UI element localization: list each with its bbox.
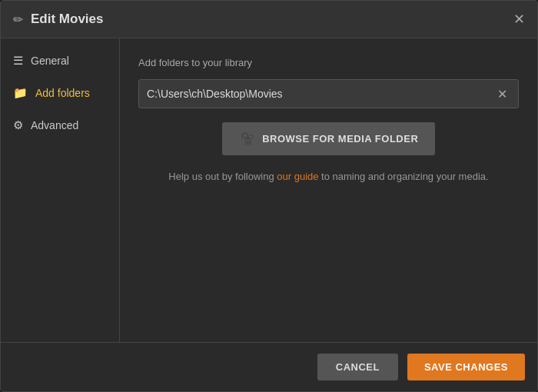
close-button[interactable]: ✕	[513, 12, 525, 26]
sidebar-item-general[interactable]: ☰ General	[1, 45, 119, 77]
help-text-after: to naming and organizing your media.	[319, 171, 489, 182]
folder-clear-button[interactable]: ✕	[494, 84, 510, 105]
sidebar-item-add-folders-label: Add folders	[35, 87, 90, 99]
help-text-before: Help us out by following	[168, 171, 277, 182]
general-icon: ☰	[13, 54, 23, 68]
save-button[interactable]: SAVE CHANGES	[407, 354, 525, 380]
edit-movies-dialog: ✏ Edit Movies ✕ ☰ General 📁 Add folders …	[0, 0, 538, 392]
sidebar: ☰ General 📁 Add folders ⚙ Advanced	[1, 38, 120, 342]
sidebar-item-advanced[interactable]: ⚙ Advanced	[1, 109, 119, 141]
sidebar-item-general-label: General	[31, 55, 69, 67]
dialog-body: ☰ General 📁 Add folders ⚙ Advanced Add f…	[1, 38, 537, 342]
title-bar: ✏ Edit Movies ✕	[1, 1, 537, 38]
camera-icon: 🎥	[239, 131, 255, 146]
browse-button[interactable]: 🎥 BROWSE FOR MEDIA FOLDER	[222, 122, 436, 155]
folder-icon: 📁	[13, 86, 28, 100]
sidebar-item-add-folders[interactable]: 📁 Add folders	[1, 77, 119, 109]
dialog-footer: CANCEL SAVE CHANGES	[1, 342, 537, 391]
folder-row: C:\Users\ch\Desktop\Movies ✕	[138, 79, 519, 108]
help-text: Help us out by following our guide to na…	[138, 169, 519, 184]
our-guide-link[interactable]: our guide	[277, 171, 318, 182]
folder-path: C:\Users\ch\Desktop\Movies	[147, 80, 494, 108]
cancel-button[interactable]: CANCEL	[317, 354, 398, 380]
title-bar-left: ✏ Edit Movies	[13, 12, 103, 27]
main-content: Add folders to your library C:\Users\ch\…	[120, 38, 537, 342]
dialog-title: Edit Movies	[31, 12, 103, 27]
sidebar-item-advanced-label: Advanced	[31, 119, 78, 131]
gear-icon: ⚙	[13, 118, 23, 132]
section-title: Add folders to your library	[138, 57, 519, 68]
edit-icon: ✏	[13, 12, 23, 27]
browse-button-label: BROWSE FOR MEDIA FOLDER	[262, 133, 418, 145]
